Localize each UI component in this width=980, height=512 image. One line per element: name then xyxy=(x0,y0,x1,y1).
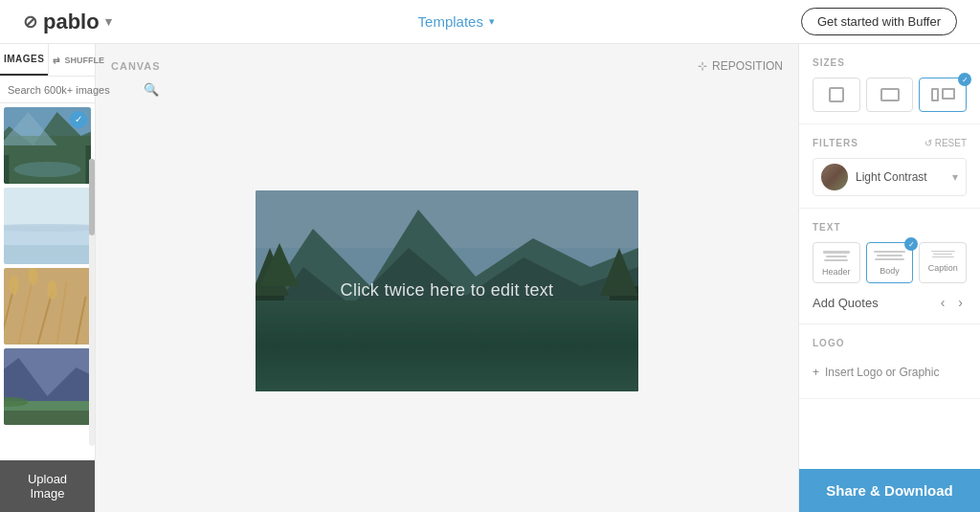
add-quotes-label: Add Quotes xyxy=(813,296,879,310)
image-thumbnail xyxy=(4,188,91,264)
line xyxy=(874,251,904,253)
reset-label: RESET xyxy=(935,138,967,148)
insert-logo-button[interactable]: + Insert Logo or Graphic xyxy=(813,358,967,387)
list-item[interactable]: ✓ xyxy=(4,107,91,184)
templates-menu[interactable]: Templates ▾ xyxy=(418,13,495,30)
line xyxy=(932,256,954,257)
search-input[interactable] xyxy=(8,84,140,96)
size-social-button[interactable]: ✓ xyxy=(919,78,967,112)
svg-rect-9 xyxy=(4,245,91,264)
sidebar-tabs: IMAGES ⇄ SHUFFLE xyxy=(0,44,95,77)
sizes-title: SIZES xyxy=(813,57,967,68)
size-square-button[interactable] xyxy=(813,78,860,112)
list-item[interactable] xyxy=(4,348,91,425)
text-styles: Header ✓ Body xyxy=(813,242,967,283)
svg-point-10 xyxy=(4,224,91,232)
twitter-icon xyxy=(942,88,955,100)
body-style-label: Body xyxy=(880,266,900,276)
list-item[interactable] xyxy=(4,188,91,264)
filters-section: FILTERS ↺ RESET Light Contrast ▾ xyxy=(799,124,980,209)
logo-section: LOGO + Insert Logo or Graphic xyxy=(799,324,980,399)
templates-chevron-icon: ▾ xyxy=(489,15,495,28)
scrollbar-track xyxy=(89,159,95,446)
canvas-wrapper: Click twice here to edit text xyxy=(111,84,783,497)
canvas-toolbar: CANVAS ⊹ REPOSITION xyxy=(111,59,783,73)
main-layout: IMAGES ⇄ SHUFFLE 🔍 xyxy=(0,44,980,512)
canvas-label: CANVAS xyxy=(111,60,161,72)
upload-image-button[interactable]: Upload Image xyxy=(0,460,95,512)
shuffle-button[interactable]: ⇄ SHUFFLE xyxy=(48,44,108,76)
canvas[interactable]: Click twice here to edit text xyxy=(256,190,638,391)
svg-point-5 xyxy=(14,162,81,177)
image-preview xyxy=(4,188,91,264)
list-item[interactable] xyxy=(4,268,91,345)
image-list: ✓ xyxy=(0,103,95,460)
reposition-icon: ⊹ xyxy=(698,59,707,73)
canvas-area: CANVAS ⊹ REPOSITION xyxy=(96,44,798,512)
quotes-next-button[interactable]: › xyxy=(954,293,967,312)
quotes-prev-button[interactable]: ‹ xyxy=(937,293,949,312)
social-icon xyxy=(931,88,955,101)
facebook-icon xyxy=(931,88,939,101)
active-check: ✓ xyxy=(958,73,971,86)
header-lines xyxy=(817,249,856,263)
active-check: ✓ xyxy=(904,237,918,251)
body-lines xyxy=(871,249,909,262)
logo-dropdown-icon[interactable]: ▾ xyxy=(105,14,112,29)
right-panel: SIZES ✓ FILTERS xyxy=(798,44,980,512)
header-style-label: Header xyxy=(822,267,851,277)
caption-style-label: Caption xyxy=(928,263,958,273)
line xyxy=(931,251,955,252)
image-preview xyxy=(4,107,91,184)
filters-header: FILTERS ↺ RESET xyxy=(813,138,967,148)
reposition-button[interactable]: ⊹ REPOSITION xyxy=(698,59,783,73)
image-thumbnail xyxy=(4,268,91,345)
image-search-bar: 🔍 xyxy=(0,77,95,103)
line xyxy=(826,256,846,257)
reset-filter-button[interactable]: ↺ RESET xyxy=(924,138,967,148)
text-title: TEXT xyxy=(813,222,967,233)
line xyxy=(824,259,848,261)
selected-check: ✓ xyxy=(70,111,87,128)
logo[interactable]: ⊘ pablo ▾ xyxy=(23,10,112,34)
insert-icon: + xyxy=(813,366,819,379)
image-preview xyxy=(4,268,91,345)
scrollbar-thumb[interactable] xyxy=(89,159,95,235)
landscape-icon xyxy=(880,88,900,101)
text-style-body-button[interactable]: ✓ Body xyxy=(866,242,914,283)
size-landscape-button[interactable] xyxy=(866,78,914,112)
quotes-navigation: ‹ › xyxy=(937,293,967,312)
line xyxy=(875,258,903,260)
share-download-button[interactable]: Share & Download xyxy=(799,469,980,512)
get-started-button[interactable]: Get started with Buffer xyxy=(801,8,957,35)
logo-title: LOGO xyxy=(813,338,967,348)
shuffle-icon: ⇄ xyxy=(53,56,60,65)
svg-rect-3 xyxy=(4,155,10,184)
filter-name: Light Contrast xyxy=(856,170,945,184)
tab-images[interactable]: IMAGES xyxy=(0,44,48,76)
shuffle-label: SHUFFLE xyxy=(64,56,104,65)
svg-point-17 xyxy=(10,276,19,295)
text-section: TEXT Header ✓ xyxy=(799,209,980,324)
text-style-header-button[interactable]: Header xyxy=(813,242,860,283)
square-icon xyxy=(829,87,844,102)
text-style-caption-button[interactable]: Caption xyxy=(919,242,967,283)
filter-chevron-icon: ▾ xyxy=(952,170,958,184)
cta-area: Get started with Buffer xyxy=(801,8,957,35)
reposition-label: REPOSITION xyxy=(712,59,783,73)
sizes-grid: ✓ xyxy=(813,78,967,112)
sizes-section: SIZES ✓ xyxy=(799,44,980,124)
svg-rect-23 xyxy=(4,411,91,425)
reset-icon: ↺ xyxy=(924,138,932,148)
logo-icon: ⊘ xyxy=(23,11,37,33)
line xyxy=(877,255,902,256)
search-icon[interactable]: 🔍 xyxy=(144,82,159,97)
image-thumbnail xyxy=(4,348,91,425)
templates-label: Templates xyxy=(418,13,483,30)
quotes-row: Add Quotes ‹ › xyxy=(813,293,967,312)
filter-dropdown[interactable]: Light Contrast ▾ xyxy=(813,158,967,196)
canvas-edit-text[interactable]: Click twice here to edit text xyxy=(256,190,638,391)
image-thumbnail xyxy=(4,107,91,184)
line xyxy=(933,254,952,255)
caption-lines xyxy=(924,249,962,259)
